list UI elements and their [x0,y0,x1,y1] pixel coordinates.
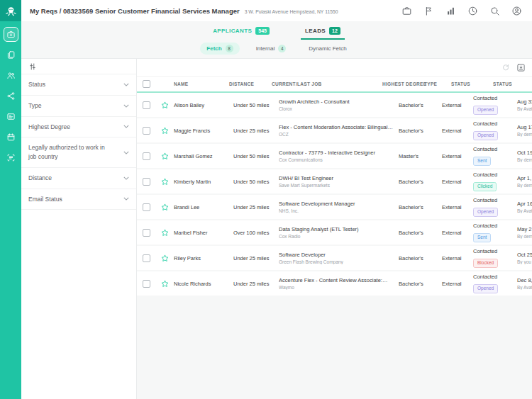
subtab-dynamic-fetch[interactable]: Dynamic Fetch [302,43,353,54]
select-all-checkbox[interactable] [143,80,150,88]
filter-status-label: Status [28,80,45,89]
documents-icon[interactable] [4,47,18,62]
candidate-name[interactable]: Kimberly Martin [174,179,233,185]
subtab-fetch[interactable]: Fetch 8 [200,43,239,55]
row-checkbox[interactable] [143,178,150,186]
favorite-star-icon[interactable] [155,203,174,212]
search-icon[interactable] [489,6,500,16]
filter-distance[interactable]: Distance [21,168,136,189]
highest-degree: Bachelor's [395,204,442,210]
job-company: OCZ [279,132,395,137]
favorite-star-icon[interactable] [155,254,174,263]
job-company: Cox Communications [279,157,395,162]
contact-status: Contacted [473,172,516,178]
candidate-distance: Under 25 miles [233,204,279,210]
email-status-badge: Opened [473,131,498,140]
internal-count-badge: 4 [278,45,286,52]
status-date: Oct 19 [517,150,532,156]
subtab-internal[interactable]: Internal 4 [250,43,293,55]
column-header-type[interactable]: TYPE [424,82,451,86]
status-date: Apr 1, [517,175,532,181]
calendar-icon[interactable] [4,130,18,145]
favorite-star-icon[interactable] [155,126,174,135]
page-title: My Reqs / 08323569 Senior Customer Finan… [30,7,240,15]
candidate-name[interactable]: Brandi Lee [174,204,233,210]
candidate-distance: Under 25 miles [233,281,279,287]
candidate-name[interactable]: Maggie Francis [174,128,233,134]
app-window: My Reqs / 08323569 Senior Customer Finan… [0,0,532,399]
candidate-distance: Under 50 miles [233,102,279,108]
job-title: Growth Architech - Consultant [279,99,395,105]
fetch-count-badge: 8 [226,45,233,52]
octopus-logo-icon[interactable] [0,0,21,21]
card-icon[interactable] [4,109,18,124]
tab-leads[interactable]: LEADS 12 [301,25,345,40]
tabs: APPLICANTS 545 LEADS 12 [209,25,345,40]
email-status-badge: Opened [473,208,498,217]
refresh-icon[interactable] [501,63,510,72]
rail-nav [0,21,21,165]
candidate-type: External [442,128,472,134]
row-checkbox[interactable] [143,280,150,288]
tab-applicants[interactable]: APPLICANTS 545 [209,25,274,40]
highest-degree: Bachelor's [395,230,442,236]
column-header-highest-degree[interactable]: HIGHEST DEGREE [382,82,424,86]
header-actions [401,6,522,16]
column-header-name[interactable]: NAME [174,82,229,86]
job-company: Clorox [279,106,395,111]
row-checkbox[interactable] [143,203,150,211]
clock-icon[interactable] [467,6,478,16]
favorite-star-icon[interactable] [155,177,174,186]
favorite-star-icon[interactable] [155,152,174,161]
briefcase-icon[interactable] [401,6,412,16]
filter-email-status[interactable]: Email Status [21,189,136,210]
row-checkbox[interactable] [143,101,150,109]
briefcase-icon[interactable] [4,27,18,42]
table-row: Brandi Lee Under 25 miles Software Devel… [137,195,532,219]
row-checkbox[interactable] [143,229,150,237]
candidate-name[interactable]: Riley Parks [174,255,233,262]
network-icon[interactable] [4,89,18,103]
job-title: Software Developer [279,252,395,258]
row-checkbox[interactable] [143,152,150,160]
bar-chart-icon[interactable] [445,6,456,16]
candidate-type: External [442,179,472,185]
filter-type[interactable]: Type [21,96,136,117]
column-header-distance[interactable]: DISTANCE [229,82,272,86]
candidate-name[interactable]: Alison Bailey [174,102,233,108]
chevron-down-icon [123,176,129,180]
filter-highest-degree[interactable]: Highest Degree [21,117,136,138]
candidate-name[interactable]: Marshall Gomez [174,153,233,159]
candidate-type: External [442,204,472,210]
column-header-current-last-job[interactable]: CURRENT/LAST JOB [272,82,382,86]
filter-status[interactable]: Status [21,74,136,96]
tune-icon[interactable] [28,62,37,71]
filter-legally-authorized[interactable]: Legally authorized to work in job countr… [21,137,136,168]
favorite-star-icon[interactable] [155,101,174,110]
leads-table: NAME DISTANCE CURRENT/LAST JOB HIGHEST D… [137,59,532,399]
filter-email-status-label: Email Status [28,195,62,204]
favorite-star-icon[interactable] [155,279,174,288]
applicants-count-badge: 545 [255,27,270,35]
table-toolbar [137,59,532,77]
scan-icon[interactable] [4,150,18,165]
flag-icon[interactable] [423,6,434,16]
status-date: Aug 17 [517,124,532,130]
table-row: Riley Parks Under 25 miles Software Deve… [137,246,532,270]
row-checkbox[interactable] [143,127,150,135]
column-header-status-2[interactable]: STATUS [493,82,532,86]
favorite-star-icon[interactable] [155,228,174,237]
row-checkbox[interactable] [143,254,150,262]
subtabs: Fetch 8 Internal 4 Dynamic Fetch [200,43,353,55]
status-by: By you [517,259,532,264]
subtab-dynamic-fetch-label: Dynamic Fetch [309,45,346,52]
req-address: 3 W. Pulaski Avenue Hempstead, NY 11550 [245,9,338,14]
status-by: By dem [517,157,532,162]
candidate-name[interactable]: Nicole Richards [174,281,233,287]
download-icon[interactable] [516,63,526,72]
table-row: Nicole Richards Under 25 miles Accenture… [137,271,532,296]
candidate-name[interactable]: Maribel Fisher [174,230,233,236]
people-icon[interactable] [4,68,18,83]
account-icon[interactable] [511,6,522,16]
column-header-status[interactable]: STATUS [451,82,493,86]
